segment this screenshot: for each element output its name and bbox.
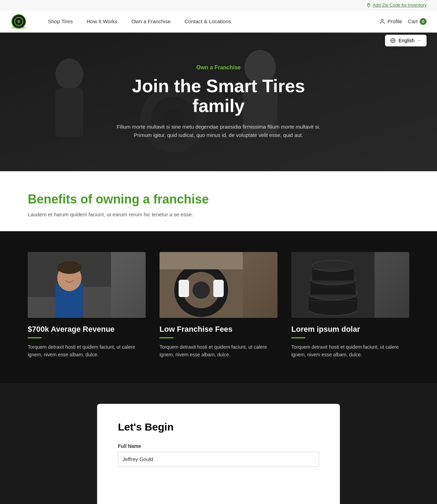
hero-description: Filium morte multavit si sine metu degen… (108, 123, 329, 139)
card-2-description: Torquem detraxit hosti et quidem faciunt… (160, 343, 277, 359)
svg-point-3 (17, 20, 20, 23)
nav-contact-locations[interactable]: Contact & Locations (178, 10, 238, 33)
globe-icon (390, 38, 396, 43)
benefits-section: Benefits of owning a franchise Laudem et… (0, 171, 437, 231)
profile-link[interactable]: Profile (379, 18, 402, 25)
top-bar: Add Zip Code for Inventory (0, 0, 437, 10)
card-1-image (28, 252, 146, 318)
card-3: Lorem ipsum dolar Torquem detraxit hosti… (291, 252, 409, 359)
zip-code-label: Add Zip Code for Inventory (373, 2, 427, 8)
card-1-title: $700k Average Revenue (28, 325, 146, 334)
cards-grid: $700k Average Revenue Torquem detraxit h… (28, 252, 409, 359)
full-name-label: Full Name (118, 443, 319, 449)
logo[interactable]: SMART TIRES (10, 13, 27, 30)
svg-point-24 (192, 281, 210, 299)
nav-how-it-works[interactable]: How It Works (80, 10, 125, 33)
svg-rect-27 (160, 252, 243, 269)
form-card: Let's Begin Full Name (97, 404, 340, 504)
logo-icon: SMART TIRES (10, 13, 27, 30)
language-selector[interactable]: English (385, 35, 427, 46)
hero-content: Own a Franchise Join the Smart Tires fam… (101, 64, 336, 139)
svg-point-19 (57, 261, 82, 274)
hero-title: Join the Smart Tires family (108, 76, 329, 116)
card-1-description: Torquem detraxit hosti et quidem faciunt… (28, 343, 146, 359)
card-2: Low Franchise Fees Torquem detraxit host… (160, 252, 277, 359)
svg-point-0 (368, 4, 369, 5)
svg-text:SMART TIRES: SMART TIRES (12, 27, 26, 29)
zip-code-link[interactable]: Add Zip Code for Inventory (366, 2, 427, 8)
hero-section: Own a Franchise Join the Smart Tires fam… (0, 33, 437, 171)
location-pin-icon (366, 3, 371, 8)
full-name-input[interactable] (118, 452, 319, 467)
svg-point-5 (381, 19, 383, 21)
nav-right: Profile Cart 0 (379, 18, 427, 25)
card-1-divider (28, 337, 42, 338)
chevron-down-icon (417, 38, 421, 43)
svg-rect-20 (28, 297, 55, 318)
benefits-subtitle: Laudem et harum quidem faciunt, ut earum… (28, 211, 409, 217)
cart-button[interactable]: Cart 0 (408, 18, 427, 25)
cards-section: $700k Average Revenue Torquem detraxit h… (0, 231, 437, 383)
nav-own-franchise[interactable]: Own a Franchise (125, 10, 178, 33)
card-3-divider (291, 337, 305, 338)
svg-rect-25 (179, 280, 189, 297)
svg-point-35 (312, 260, 354, 271)
card-3-image (291, 252, 409, 318)
main-nav: SMART TIRES Shop Tires How It Works Own … (0, 10, 437, 33)
nav-links: Shop Tires How It Works Own a Franchise … (41, 10, 379, 33)
form-title: Let's Begin (118, 421, 319, 433)
cart-count: 0 (420, 18, 427, 25)
card-2-title: Low Franchise Fees (160, 325, 277, 334)
card-3-description: Torquem detraxit hosti et quidem faciunt… (291, 343, 409, 359)
language-label: English (399, 38, 414, 43)
card-2-image (160, 252, 277, 318)
form-section: Let's Begin Full Name (0, 383, 437, 504)
nav-shop-tires[interactable]: Shop Tires (41, 10, 80, 33)
benefits-title: Benefits of owning a franchise (28, 192, 409, 207)
profile-label: Profile (387, 18, 402, 24)
svg-rect-26 (213, 280, 224, 297)
cart-label: Cart (408, 18, 418, 24)
card-2-divider (160, 337, 173, 338)
svg-rect-21 (83, 287, 111, 318)
card-3-title: Lorem ipsum dolar (291, 325, 409, 334)
hero-eyebrow: Own a Franchise (108, 64, 329, 71)
card-1: $700k Average Revenue Torquem detraxit h… (28, 252, 146, 359)
user-icon (379, 18, 385, 25)
form-group-name: Full Name (118, 443, 319, 467)
